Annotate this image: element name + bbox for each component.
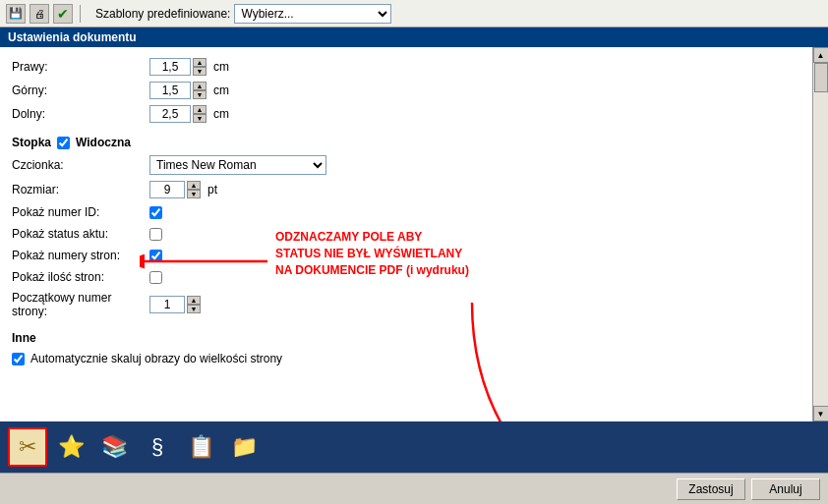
margin-top-unit: cm	[213, 84, 229, 97]
size-label: Rozmiar:	[12, 183, 149, 196]
content-area: Prawy: ▲ ▼ cm Górny: ▲ ▼ cm	[0, 47, 828, 421]
show-id-row: Pokaż numer ID:	[0, 201, 828, 223]
margin-top-buttons: ▲ ▼	[193, 82, 207, 99]
margin-top-input[interactable]	[149, 82, 191, 99]
margin-bottom-unit: cm	[213, 107, 229, 121]
main-toolbar: 💾 🖨 ✔ Szablony predefiniowane: Wybierz..…	[0, 0, 828, 28]
apply-button[interactable]: Zastosuj	[677, 478, 745, 500]
size-spinner: ▲ ▼ pt	[149, 181, 217, 198]
templates-select-container: Wybierz...	[234, 4, 391, 24]
inne-section-header: Inne	[0, 325, 828, 348]
size-input[interactable]	[149, 181, 185, 198]
bottom-btn-paragraph[interactable]: §	[138, 427, 177, 467]
margin-right-spinner: ▲ ▼ cm	[149, 58, 229, 76]
margin-bottom-input[interactable]	[149, 105, 191, 123]
start-page-label: Początkowy numer strony:	[12, 291, 149, 318]
bottom-btn-clipboard[interactable]: 📋	[181, 427, 220, 467]
start-page-spinner: ▲ ▼	[149, 296, 201, 313]
content-scrollbar[interactable]: ▲ ▼	[812, 47, 828, 421]
start-page-input[interactable]	[149, 296, 185, 313]
scroll-track	[813, 63, 828, 406]
size-down[interactable]: ▼	[187, 190, 201, 198]
start-page-up[interactable]: ▲	[187, 296, 201, 305]
margin-right-up[interactable]: ▲	[193, 58, 207, 67]
bottom-btn-star[interactable]: ⭐	[51, 427, 90, 467]
bottom-btn-book[interactable]: 📚	[94, 427, 134, 467]
show-pages-label: Pokaż numery stron:	[12, 249, 149, 262]
margin-bottom-label: Dolny:	[12, 107, 149, 121]
font-row: Czcionka: Times New Roman	[0, 152, 828, 178]
margin-right-unit: cm	[213, 60, 229, 74]
font-select[interactable]: Times New Roman	[149, 155, 326, 175]
bottom-btn-new[interactable]: ✂	[8, 427, 47, 467]
margin-top-label: Górny:	[12, 84, 149, 97]
start-page-row: Początkowy numer strony: ▲ ▼	[0, 288, 828, 321]
margin-bottom-row: Dolny: ▲ ▼ cm	[0, 102, 828, 126]
show-page-count-label: Pokaż ilość stron:	[12, 270, 149, 284]
inne-label: Inne	[12, 331, 36, 345]
show-status-row: Pokaż status aktu:	[0, 223, 828, 245]
footer-visible-label: Widoczna	[76, 136, 131, 149]
inne-content: Automatycznie skaluj obrazy do wielkości…	[0, 348, 828, 369]
section-header: Ustawienia dokumentu	[0, 28, 828, 47]
show-pages-checkbox[interactable]	[149, 250, 162, 262]
margin-right-input[interactable]	[149, 58, 191, 76]
show-id-label: Pokaż numer ID:	[12, 205, 149, 219]
margin-bottom-buttons: ▲ ▼	[193, 105, 207, 123]
print-icon[interactable]: 🖨	[30, 4, 49, 24]
margin-right-label: Prawy:	[12, 60, 149, 74]
start-page-down[interactable]: ▼	[187, 305, 201, 313]
bottom-btn-folder[interactable]: 📁	[224, 427, 264, 467]
margin-right-row: Prawy: ▲ ▼ cm	[0, 55, 828, 79]
show-status-checkbox[interactable]	[149, 228, 162, 241]
footer-visible-checkbox[interactable]	[57, 137, 70, 149]
size-up[interactable]: ▲	[187, 181, 201, 190]
margin-top-spinner: ▲ ▼ cm	[149, 82, 229, 99]
size-unit: pt	[207, 183, 217, 196]
footer-section-label: Stopka	[12, 136, 51, 149]
margin-top-down[interactable]: ▼	[193, 90, 207, 99]
auto-scale-checkbox[interactable]	[12, 353, 25, 365]
start-page-buttons: ▲ ▼	[187, 296, 201, 313]
margin-bottom-spinner: ▲ ▼ cm	[149, 105, 229, 123]
main-container: Ustawienia dokumentu Prawy: ▲ ▼ cm Górny…	[0, 28, 828, 504]
size-buttons: ▲ ▼	[187, 181, 201, 198]
margin-bottom-down[interactable]: ▼	[193, 114, 207, 123]
font-label: Czcionka:	[12, 158, 149, 172]
margin-right-buttons: ▲ ▼	[193, 58, 207, 76]
margin-top-up[interactable]: ▲	[193, 82, 207, 90]
size-row: Rozmiar: ▲ ▼ pt	[0, 178, 828, 201]
section-title: Ustawienia dokumentu	[8, 30, 137, 44]
show-page-count-checkbox[interactable]	[149, 271, 162, 284]
footer-bar: Zastosuj Anuluj	[0, 473, 828, 504]
bottom-toolbar: ✂ ⭐ 📚 § 📋 📁	[0, 421, 828, 473]
scroll-thumb[interactable]	[814, 63, 828, 92]
scroll-up-btn[interactable]: ▲	[813, 47, 829, 63]
scroll-down-btn[interactable]: ▼	[813, 406, 829, 421]
margin-top-row: Górny: ▲ ▼ cm	[0, 79, 828, 102]
footer-section-header: Stopka Widoczna	[0, 130, 828, 152]
checkmark-icon[interactable]: ✔	[53, 4, 73, 24]
show-status-label: Pokaż status aktu:	[12, 227, 149, 241]
templates-select[interactable]: Wybierz...	[234, 4, 391, 24]
cancel-button[interactable]: Anuluj	[751, 478, 820, 500]
show-page-count-row: Pokaż ilość stron:	[0, 266, 828, 288]
toolbar-separator	[80, 5, 81, 23]
show-id-checkbox[interactable]	[149, 206, 162, 219]
margin-bottom-up[interactable]: ▲	[193, 105, 207, 114]
show-pages-row: Pokaż numery stron:	[0, 245, 828, 266]
save-icon[interactable]: 💾	[6, 4, 26, 24]
auto-scale-label: Automatycznie skaluj obrazy do wielkości…	[30, 352, 282, 365]
templates-label: Szablony predefiniowane:	[95, 7, 230, 21]
margin-right-down[interactable]: ▼	[193, 67, 207, 76]
